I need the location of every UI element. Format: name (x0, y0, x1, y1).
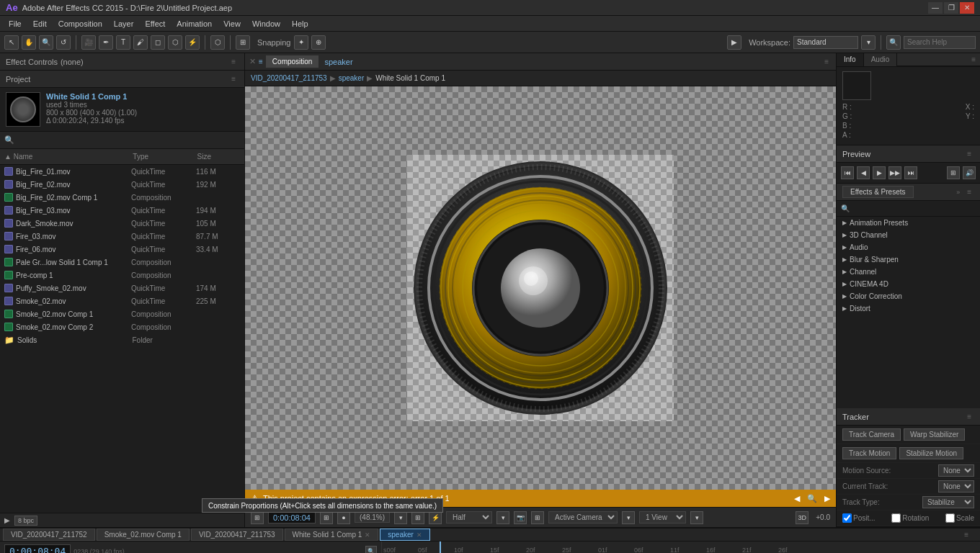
effect-cinema4d[interactable]: ▶ CINEMA 4D (837, 278, 980, 290)
file-row-11[interactable]: Smoke_02.mov Comp 1Composition (0, 307, 244, 320)
file-row-7[interactable]: Pale Gr...low Solid 1 Comp 1Composition (0, 256, 244, 269)
track-camera-btn[interactable]: Track Camera (842, 428, 901, 441)
project-search-input[interactable] (17, 136, 240, 145)
selection-tool[interactable]: ↖ (4, 35, 19, 50)
menu-effect[interactable]: Effect (139, 18, 171, 30)
tl-tab-vid2[interactable]: VID_20200417_211753 (191, 529, 283, 541)
track-motion-btn[interactable]: Track Motion (842, 447, 896, 459)
effect-channel[interactable]: ▶ Channel (837, 266, 980, 278)
eraser-tool[interactable]: ◻ (151, 35, 165, 50)
snapping-toggle[interactable]: ⊞ (236, 35, 250, 50)
file-row-5[interactable]: Fire_03.movQuickTime87.7 M (0, 230, 244, 243)
puppet-tool[interactable]: ⚡ (185, 35, 200, 50)
scale-checkbox[interactable] (945, 513, 955, 523)
view-select[interactable]: Active Camera Top Front (548, 511, 618, 523)
file-row-3[interactable]: Big_Fire_03.movQuickTime194 M (0, 204, 244, 217)
view-count-dropdown[interactable]: ▾ (690, 511, 703, 524)
pen-tool[interactable]: ✒ (99, 35, 113, 50)
file-row-1[interactable]: Big_Fire_02.movQuickTime192 M (0, 178, 244, 191)
menu-help[interactable]: Help (286, 18, 314, 30)
camera-btn[interactable]: 📷 (514, 511, 527, 524)
file-row-10[interactable]: Smoke_02.movQuickTime225 M (0, 295, 244, 307)
search-help-icon[interactable]: 🔍 (886, 35, 901, 50)
hand-tool[interactable]: ✋ (22, 35, 36, 50)
project-menu[interactable]: ≡ (228, 75, 239, 83)
audio-tab[interactable]: Audio (864, 53, 898, 66)
menu-edit[interactable]: Edit (27, 18, 53, 30)
tl-tab-white[interactable]: White Solid 1 Comp 1 ✕ (285, 529, 379, 541)
effect-controls-menu[interactable]: ≡ (228, 58, 239, 66)
preview-next-btn[interactable]: ▶▶ (888, 166, 901, 179)
effects-menu[interactable]: ≡ (964, 188, 974, 196)
bc-speaker[interactable]: speaker (339, 74, 365, 82)
stabilize-motion-btn[interactable]: Stabilize Motion (899, 447, 963, 459)
zoom-level[interactable]: (48.1%) (355, 512, 390, 523)
file-row-13[interactable]: 📁SolidsFolder (0, 333, 244, 346)
shape-tool[interactable]: ⬡ (210, 35, 225, 50)
preview-menu[interactable]: ≡ (964, 150, 974, 158)
effect-color-correction[interactable]: ▶ Color Correction (837, 290, 980, 302)
menu-layer[interactable]: Layer (108, 18, 140, 30)
comp-header-menu[interactable]: ≡ (821, 58, 832, 66)
error-prev-btn[interactable]: ◀ (794, 494, 800, 503)
brush-tool[interactable]: 🖌 (133, 35, 148, 50)
tl-tab-speaker[interactable]: speaker ✕ (380, 529, 430, 541)
preview-last-btn[interactable]: ⏭ (904, 166, 917, 179)
motion-blur-btn[interactable]: ● (337, 511, 350, 524)
view-dropdown[interactable]: ▾ (622, 511, 635, 524)
col-name-header[interactable]: ▲ Name (4, 153, 133, 161)
col-type-header[interactable]: Type (133, 153, 197, 161)
grid-btn[interactable]: ⊞ (531, 511, 544, 524)
tl-tab-smoke[interactable]: Smoke_02.mov Comp 1 (97, 529, 190, 541)
search-help-input[interactable] (904, 36, 976, 49)
info-panel-menu[interactable]: ≡ (967, 53, 980, 66)
menu-composition[interactable]: Composition (53, 18, 108, 30)
minimize-button[interactable]: — (928, 2, 943, 14)
close-button[interactable]: ✕ (960, 2, 974, 14)
effects-presets-tab[interactable]: Effects & Presets (842, 186, 914, 198)
tl-tab-white-close[interactable]: ✕ (365, 531, 370, 539)
zoom-dropdown[interactable]: ▾ (394, 511, 407, 524)
file-row-12[interactable]: Smoke_02.mov Comp 2Composition (0, 320, 244, 333)
camera-tool[interactable]: 🎥 (81, 35, 96, 50)
preview-play-btn[interactable]: ▶ (873, 166, 886, 179)
rotate-tool[interactable]: ↺ (56, 35, 71, 50)
tl-search-btn[interactable]: 🔍 (365, 546, 377, 554)
effect-distort[interactable]: ▶ Distort (837, 302, 980, 315)
snap-btn[interactable]: ⊞ (320, 511, 333, 524)
tl-tab-speaker-close[interactable]: ✕ (416, 531, 422, 539)
menu-view[interactable]: View (218, 18, 246, 30)
workspace-dropdown[interactable]: ▾ (861, 35, 876, 50)
preview-first-btn[interactable]: ⏮ (841, 166, 854, 179)
quality-dropdown[interactable]: ▾ (496, 511, 509, 524)
effect-audio[interactable]: ▶ Audio (837, 241, 980, 253)
preview-export-btn[interactable]: ⊞ (947, 166, 960, 179)
file-row-9[interactable]: Puffy_Smoke_02.movQuickTime174 M (0, 282, 244, 295)
view-count-select[interactable]: 1 View 2 Views (639, 511, 686, 523)
tracker-menu[interactable]: ≡ (964, 413, 974, 421)
file-row-2[interactable]: Big_Fire_02.mov Comp 1Composition (0, 191, 244, 204)
rotation-checkbox[interactable] (891, 513, 901, 523)
motion-source-select[interactable]: None (938, 464, 974, 477)
file-row-8[interactable]: Pre-comp 1Composition (0, 269, 244, 282)
col-size-header[interactable]: Size (197, 153, 240, 161)
workspace-select[interactable] (793, 36, 858, 49)
effect-3d-channel[interactable]: ▶ 3D Channel (837, 229, 980, 241)
menu-animation[interactable]: Animation (171, 18, 218, 30)
menu-file[interactable]: File (3, 18, 27, 30)
preview-audio-btn[interactable]: 🔊 (963, 166, 976, 179)
zoom-tool[interactable]: 🔍 (39, 35, 53, 50)
maximize-button[interactable]: ❐ (944, 2, 958, 14)
track-type-select[interactable]: Stabilize Transform (922, 496, 974, 508)
timeline-menu[interactable]: ≡ (961, 531, 971, 539)
preview-prev-btn[interactable]: ◀ (857, 166, 870, 179)
tl-tab-vid1[interactable]: VID_20200417_211752 (3, 529, 95, 541)
effects-expand-btn[interactable]: » (955, 189, 961, 196)
effects-search-input[interactable] (852, 204, 976, 212)
render-btn[interactable]: ▶ (727, 35, 741, 50)
info-tab[interactable]: Info (837, 53, 864, 66)
stamp-tool[interactable]: ⬡ (168, 35, 182, 50)
current-track-select[interactable]: None (938, 480, 974, 493)
comp-tab-speaker[interactable]: Composition (266, 55, 319, 68)
snap-comp-btn[interactable]: ⊞ (251, 511, 264, 524)
